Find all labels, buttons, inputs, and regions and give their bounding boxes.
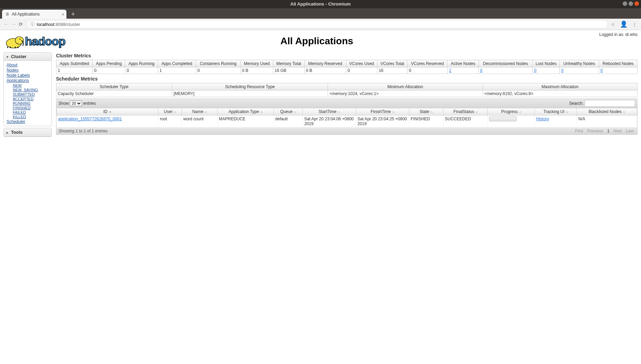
cluster-metrics-cell: 0 bbox=[196, 67, 240, 74]
cluster-metrics-link[interactable]: 0 bbox=[561, 68, 564, 73]
browser-tabstrip: 🗎 All Applications × + bbox=[0, 8, 641, 19]
sidebar-link-submitted[interactable]: SUBMITTED bbox=[13, 92, 49, 96]
sort-icon: ◇ bbox=[260, 111, 263, 114]
cluster-metrics-cell: 0 bbox=[478, 67, 532, 74]
table-row: application_1555772626870_0001 root word… bbox=[57, 115, 637, 128]
apps-header[interactable]: Progress◇ bbox=[488, 108, 535, 115]
sidebar-link-nodes[interactable]: Nodes bbox=[7, 68, 49, 73]
url-input[interactable]: ⓘ localhost:8088/cluster bbox=[27, 20, 608, 28]
cluster-metrics-title: Cluster Metrics bbox=[56, 53, 638, 58]
tracking-ui-link[interactable]: History bbox=[536, 116, 549, 121]
cluster-metrics-header: Unhealthy Nodes bbox=[560, 60, 599, 67]
apps-header[interactable]: Application Type◇ bbox=[217, 108, 274, 115]
pager-first[interactable]: First bbox=[575, 129, 583, 133]
sidebar-link-new-saving[interactable]: NEW_SAVING bbox=[13, 88, 49, 92]
scheduler-metrics-cell: <memory:8192, vCores:8> bbox=[483, 91, 637, 97]
browser-menu-icon[interactable]: ⋮ bbox=[632, 22, 637, 27]
svg-point-1 bbox=[15, 37, 24, 44]
cluster-metrics-cell: 0 bbox=[93, 67, 125, 74]
scheduler-metrics-cell: <memory:1024, vCores:1> bbox=[328, 91, 483, 97]
sidebar: ▾ Cluster About Nodes Node Labels Applic… bbox=[3, 52, 52, 139]
sort-icon: ◇ bbox=[431, 111, 433, 114]
cluster-metrics-cell: 0 bbox=[125, 67, 158, 74]
sidebar-link-scheduler[interactable]: Scheduler bbox=[7, 119, 49, 124]
cluster-metrics-header: Decommissioned Nodes bbox=[478, 60, 532, 67]
cluster-metrics-link[interactable]: 0 bbox=[534, 68, 537, 73]
apps-header[interactable]: FinishTime◇ bbox=[356, 108, 409, 115]
app-id-link[interactable]: application_1555772626870_0001 bbox=[58, 116, 122, 121]
apps-header[interactable]: FinalStatus◇ bbox=[443, 108, 488, 115]
nav-reload-button[interactable]: ⟳ bbox=[17, 21, 24, 27]
cluster-metrics-cell: 16 bbox=[377, 67, 407, 74]
search-input[interactable] bbox=[585, 100, 635, 107]
apps-header[interactable]: Name◇ bbox=[182, 108, 217, 115]
sidebar-link-accepted[interactable]: ACCEPTED bbox=[13, 97, 49, 101]
cluster-metrics-link[interactable]: 2 bbox=[449, 68, 451, 73]
sidebar-cluster-header[interactable]: ▾ Cluster bbox=[4, 53, 52, 61]
apps-header[interactable]: StartTime◇ bbox=[303, 108, 356, 115]
apps-header[interactable]: Blacklisted Nodes◇ bbox=[577, 108, 637, 115]
cluster-metrics-link[interactable]: 0 bbox=[480, 68, 483, 73]
sidebar-link-new[interactable]: NEW bbox=[13, 83, 49, 87]
cluster-metrics-header: Apps Submitted bbox=[56, 60, 93, 67]
cell-blacklisted: N/A bbox=[577, 115, 637, 128]
sort-icon: ◇ bbox=[205, 111, 207, 114]
sort-icon: ◇ bbox=[519, 111, 521, 114]
cluster-metrics-table: Apps SubmittedApps PendingApps RunningAp… bbox=[56, 60, 638, 74]
cluster-metrics-cell: 0 bbox=[560, 67, 599, 74]
pager-prev[interactable]: Previous bbox=[587, 129, 603, 133]
window-close-button[interactable] bbox=[634, 1, 639, 6]
search-label: Search: bbox=[569, 101, 583, 106]
tab-close-icon[interactable]: × bbox=[62, 12, 64, 17]
entries-label: entries bbox=[83, 101, 96, 106]
pager-next[interactable]: Next bbox=[613, 129, 622, 133]
window-maximize-button[interactable] bbox=[629, 1, 633, 6]
apps-header[interactable]: Queue◇ bbox=[274, 108, 303, 115]
cluster-metrics-cell: 0 bbox=[599, 67, 637, 74]
profile-icon[interactable]: 👤 bbox=[620, 20, 628, 28]
pager-page-1[interactable]: 1 bbox=[607, 129, 610, 133]
sidebar-link-running[interactable]: RUNNING bbox=[13, 101, 49, 105]
apps-header[interactable]: User◇ bbox=[158, 108, 182, 115]
cell-starttime: Sat Apr 20 23:04:06 +0800 2019 bbox=[303, 115, 356, 128]
window-titlebar: All Applications - Chromium bbox=[0, 0, 641, 8]
site-info-icon[interactable]: ⓘ bbox=[30, 21, 35, 27]
page-size-select[interactable]: 20 bbox=[70, 101, 82, 106]
nav-forward-button[interactable]: → bbox=[10, 21, 17, 27]
cluster-metrics-header: Memory Total bbox=[273, 60, 304, 67]
sidebar-link-about[interactable]: About bbox=[7, 63, 49, 67]
new-tab-button[interactable]: + bbox=[71, 10, 75, 19]
cluster-metrics-cell: 0 B bbox=[304, 67, 346, 74]
apps-header[interactable]: ID▼ bbox=[57, 108, 158, 115]
sort-icon: ◇ bbox=[338, 111, 340, 114]
nav-back-button[interactable]: ← bbox=[2, 21, 10, 27]
sidebar-link-failed[interactable]: FAILED bbox=[13, 110, 49, 114]
browser-tab[interactable]: 🗎 All Applications × bbox=[2, 10, 66, 19]
cluster-metrics-cell: 2 bbox=[448, 67, 478, 74]
window-minimize-button[interactable] bbox=[623, 1, 627, 6]
sort-icon: ◇ bbox=[566, 111, 568, 114]
cluster-metrics-cell: 16 GB bbox=[273, 67, 304, 74]
cluster-metrics-header: Containers Running bbox=[196, 60, 240, 67]
elephant-icon bbox=[3, 34, 25, 49]
sidebar-link-killed[interactable]: KILLED bbox=[13, 115, 49, 119]
cluster-metrics-header: VCores Total bbox=[377, 60, 407, 67]
sidebar-link-applications[interactable]: Applications bbox=[7, 78, 49, 83]
cluster-metrics-header: Active Nodes bbox=[448, 60, 478, 67]
bookmark-star-icon[interactable]: ☆ bbox=[611, 22, 615, 27]
pager-last[interactable]: Last bbox=[626, 129, 634, 133]
cluster-metrics-link[interactable]: 0 bbox=[601, 68, 603, 73]
apps-header[interactable]: Tracking UI◇ bbox=[535, 108, 577, 115]
sidebar-link-finished[interactable]: FINISHED bbox=[13, 106, 49, 110]
cell-finishtime: Sat Apr 20 23:04:25 +0800 2019 bbox=[356, 115, 409, 128]
apps-header[interactable]: State◇ bbox=[409, 108, 443, 115]
sort-icon: ◇ bbox=[476, 111, 478, 114]
chevron-down-icon: ▾ bbox=[7, 55, 8, 59]
sidebar-tools-header[interactable]: ▸ Tools bbox=[4, 128, 52, 137]
scheduler-metrics-cell: Capacity Scheduler bbox=[56, 91, 172, 97]
cell-queue: default bbox=[274, 115, 303, 128]
sidebar-link-node-labels[interactable]: Node Labels bbox=[7, 73, 49, 78]
cluster-metrics-cell: 0 bbox=[532, 67, 559, 74]
browser-toolbar: ← → ⟳ ⓘ localhost:8088/cluster ☆ 👤 ⋮ bbox=[0, 19, 641, 30]
applications-table: ID▼User◇Name◇Application Type◇Queue◇Star… bbox=[56, 108, 637, 128]
